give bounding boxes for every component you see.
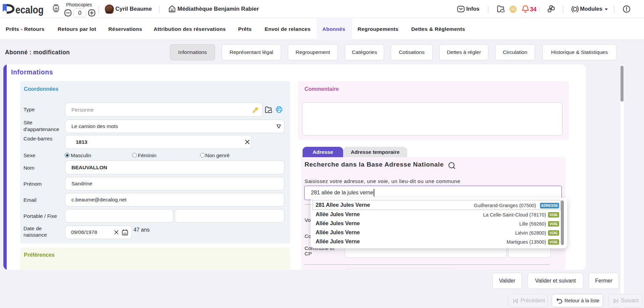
svg-text:ecalog: ecalog — [15, 4, 44, 16]
